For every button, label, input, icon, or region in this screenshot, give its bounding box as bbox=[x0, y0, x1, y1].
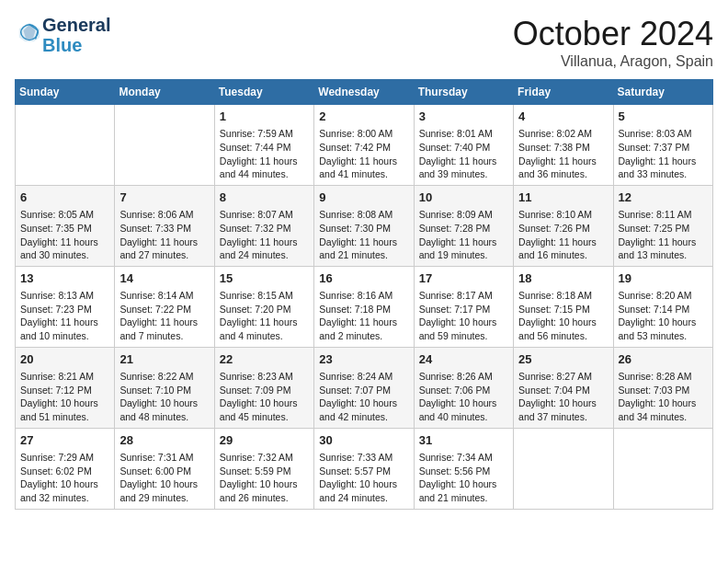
weekday-header-tuesday: Tuesday bbox=[214, 80, 313, 105]
day-detail: Sunrise: 7:29 AM Sunset: 6:02 PM Dayligh… bbox=[20, 451, 109, 505]
day-number: 4 bbox=[518, 109, 608, 125]
calendar-cell: 5Sunrise: 8:03 AM Sunset: 7:37 PM Daylig… bbox=[613, 105, 712, 186]
calendar-cell: 10Sunrise: 8:09 AM Sunset: 7:28 PM Dayli… bbox=[414, 185, 513, 266]
day-number: 6 bbox=[20, 190, 109, 206]
day-detail: Sunrise: 7:34 AM Sunset: 5:56 PM Dayligh… bbox=[419, 451, 508, 505]
day-detail: Sunrise: 8:00 AM Sunset: 7:42 PM Dayligh… bbox=[319, 127, 408, 181]
day-number: 18 bbox=[518, 270, 608, 287]
day-detail: Sunrise: 8:03 AM Sunset: 7:37 PM Dayligh… bbox=[619, 127, 708, 181]
calendar-cell: 13Sunrise: 8:13 AM Sunset: 7:23 PM Dayli… bbox=[16, 266, 115, 347]
day-number: 23 bbox=[319, 351, 408, 368]
calendar-cell: 15Sunrise: 8:15 AM Sunset: 7:20 PM Dayli… bbox=[214, 266, 313, 347]
day-number: 25 bbox=[518, 351, 608, 368]
calendar-cell: 29Sunrise: 7:32 AM Sunset: 5:59 PM Dayli… bbox=[214, 428, 313, 509]
day-number: 5 bbox=[619, 109, 708, 125]
calendar-cell: 12Sunrise: 8:11 AM Sunset: 7:25 PM Dayli… bbox=[613, 185, 712, 266]
calendar-cell: 7Sunrise: 8:06 AM Sunset: 7:33 PM Daylig… bbox=[115, 185, 214, 266]
day-detail: Sunrise: 8:11 AM Sunset: 7:25 PM Dayligh… bbox=[619, 208, 708, 262]
weekday-header-saturday: Saturday bbox=[613, 80, 712, 105]
calendar-cell: 28Sunrise: 7:31 AM Sunset: 6:00 PM Dayli… bbox=[115, 428, 214, 509]
calendar-cell: 23Sunrise: 8:24 AM Sunset: 7:07 PM Dayli… bbox=[314, 347, 414, 428]
day-detail: Sunrise: 8:02 AM Sunset: 7:38 PM Dayligh… bbox=[518, 127, 608, 181]
day-detail: Sunrise: 8:23 AM Sunset: 7:09 PM Dayligh… bbox=[220, 370, 309, 424]
logo-text: GeneralBlue bbox=[42, 15, 110, 55]
weekday-header-wednesday: Wednesday bbox=[314, 80, 414, 105]
day-number: 24 bbox=[419, 351, 508, 368]
logo: GeneralBlue bbox=[15, 15, 110, 55]
day-detail: Sunrise: 8:28 AM Sunset: 7:03 PM Dayligh… bbox=[619, 370, 708, 424]
calendar-cell: 3Sunrise: 8:01 AM Sunset: 7:40 PM Daylig… bbox=[414, 105, 513, 186]
day-number: 16 bbox=[319, 270, 408, 287]
weekday-header-friday: Friday bbox=[514, 80, 613, 105]
weekday-header-row: SundayMondayTuesdayWednesdayThursdayFrid… bbox=[16, 80, 713, 105]
day-detail: Sunrise: 8:22 AM Sunset: 7:10 PM Dayligh… bbox=[119, 370, 209, 424]
day-detail: Sunrise: 8:01 AM Sunset: 7:40 PM Dayligh… bbox=[419, 127, 508, 181]
day-detail: Sunrise: 7:33 AM Sunset: 5:57 PM Dayligh… bbox=[319, 451, 408, 505]
day-detail: Sunrise: 8:13 AM Sunset: 7:23 PM Dayligh… bbox=[20, 289, 109, 343]
day-detail: Sunrise: 8:05 AM Sunset: 7:35 PM Dayligh… bbox=[20, 208, 109, 262]
calendar-cell: 17Sunrise: 8:17 AM Sunset: 7:17 PM Dayli… bbox=[414, 266, 513, 347]
day-number: 12 bbox=[619, 190, 708, 206]
day-number: 29 bbox=[220, 432, 309, 449]
calendar-week-row: 20Sunrise: 8:21 AM Sunset: 7:12 PM Dayli… bbox=[16, 347, 713, 428]
calendar-cell bbox=[16, 105, 115, 186]
logo-icon bbox=[17, 20, 42, 46]
day-number: 1 bbox=[220, 109, 309, 125]
calendar-cell: 18Sunrise: 8:18 AM Sunset: 7:15 PM Dayli… bbox=[514, 266, 613, 347]
title-block: October 2024 Villanua, Aragon, Spain bbox=[513, 15, 713, 70]
day-number: 31 bbox=[419, 432, 508, 449]
location-subtitle: Villanua, Aragon, Spain bbox=[513, 53, 713, 70]
day-detail: Sunrise: 8:16 AM Sunset: 7:18 PM Dayligh… bbox=[319, 289, 408, 343]
day-number: 15 bbox=[220, 270, 309, 287]
calendar-cell: 11Sunrise: 8:10 AM Sunset: 7:26 PM Dayli… bbox=[514, 185, 613, 266]
day-detail: Sunrise: 8:20 AM Sunset: 7:14 PM Dayligh… bbox=[619, 289, 708, 343]
day-number: 28 bbox=[119, 432, 209, 449]
calendar-cell bbox=[613, 428, 712, 509]
day-number: 13 bbox=[20, 270, 109, 287]
day-detail: Sunrise: 7:31 AM Sunset: 6:00 PM Dayligh… bbox=[119, 451, 209, 505]
day-number: 8 bbox=[220, 190, 309, 206]
calendar-cell: 19Sunrise: 8:20 AM Sunset: 7:14 PM Dayli… bbox=[613, 266, 712, 347]
calendar-week-row: 1Sunrise: 7:59 AM Sunset: 7:44 PM Daylig… bbox=[16, 105, 713, 186]
calendar-cell: 22Sunrise: 8:23 AM Sunset: 7:09 PM Dayli… bbox=[214, 347, 313, 428]
calendar-cell: 30Sunrise: 7:33 AM Sunset: 5:57 PM Dayli… bbox=[314, 428, 414, 509]
day-detail: Sunrise: 8:14 AM Sunset: 7:22 PM Dayligh… bbox=[119, 289, 209, 343]
calendar-cell: 26Sunrise: 8:28 AM Sunset: 7:03 PM Dayli… bbox=[613, 347, 712, 428]
calendar-cell: 31Sunrise: 7:34 AM Sunset: 5:56 PM Dayli… bbox=[414, 428, 513, 509]
calendar-week-row: 27Sunrise: 7:29 AM Sunset: 6:02 PM Dayli… bbox=[16, 428, 713, 509]
calendar-cell: 6Sunrise: 8:05 AM Sunset: 7:35 PM Daylig… bbox=[16, 185, 115, 266]
calendar-cell bbox=[514, 428, 613, 509]
calendar-cell: 16Sunrise: 8:16 AM Sunset: 7:18 PM Dayli… bbox=[314, 266, 414, 347]
calendar-cell: 20Sunrise: 8:21 AM Sunset: 7:12 PM Dayli… bbox=[16, 347, 115, 428]
weekday-header-thursday: Thursday bbox=[414, 80, 513, 105]
day-number: 19 bbox=[619, 270, 708, 287]
day-detail: Sunrise: 8:18 AM Sunset: 7:15 PM Dayligh… bbox=[518, 289, 608, 343]
calendar-cell: 25Sunrise: 8:27 AM Sunset: 7:04 PM Dayli… bbox=[514, 347, 613, 428]
day-number: 20 bbox=[20, 351, 109, 368]
page-header: GeneralBlue October 2024 Villanua, Arago… bbox=[15, 15, 713, 70]
day-number: 26 bbox=[619, 351, 708, 368]
day-detail: Sunrise: 8:10 AM Sunset: 7:26 PM Dayligh… bbox=[518, 208, 608, 262]
weekday-header-monday: Monday bbox=[115, 80, 214, 105]
day-detail: Sunrise: 8:24 AM Sunset: 7:07 PM Dayligh… bbox=[319, 370, 408, 424]
day-number: 27 bbox=[20, 432, 109, 449]
calendar-week-row: 6Sunrise: 8:05 AM Sunset: 7:35 PM Daylig… bbox=[16, 185, 713, 266]
calendar-table: SundayMondayTuesdayWednesdayThursdayFrid… bbox=[15, 79, 713, 510]
day-detail: Sunrise: 8:06 AM Sunset: 7:33 PM Dayligh… bbox=[119, 208, 209, 262]
day-detail: Sunrise: 8:08 AM Sunset: 7:30 PM Dayligh… bbox=[319, 208, 408, 262]
day-detail: Sunrise: 8:15 AM Sunset: 7:20 PM Dayligh… bbox=[220, 289, 309, 343]
day-number: 11 bbox=[518, 190, 608, 206]
day-detail: Sunrise: 8:07 AM Sunset: 7:32 PM Dayligh… bbox=[220, 208, 309, 262]
calendar-cell bbox=[115, 105, 214, 186]
weekday-header-sunday: Sunday bbox=[16, 80, 115, 105]
calendar-cell: 21Sunrise: 8:22 AM Sunset: 7:10 PM Dayli… bbox=[115, 347, 214, 428]
day-detail: Sunrise: 7:59 AM Sunset: 7:44 PM Dayligh… bbox=[220, 127, 309, 181]
calendar-week-row: 13Sunrise: 8:13 AM Sunset: 7:23 PM Dayli… bbox=[16, 266, 713, 347]
calendar-cell: 27Sunrise: 7:29 AM Sunset: 6:02 PM Dayli… bbox=[16, 428, 115, 509]
day-number: 17 bbox=[419, 270, 508, 287]
day-number: 30 bbox=[319, 432, 408, 449]
day-detail: Sunrise: 8:17 AM Sunset: 7:17 PM Dayligh… bbox=[419, 289, 508, 343]
day-number: 14 bbox=[119, 270, 209, 287]
day-number: 3 bbox=[419, 109, 508, 125]
day-detail: Sunrise: 8:26 AM Sunset: 7:06 PM Dayligh… bbox=[419, 370, 508, 424]
